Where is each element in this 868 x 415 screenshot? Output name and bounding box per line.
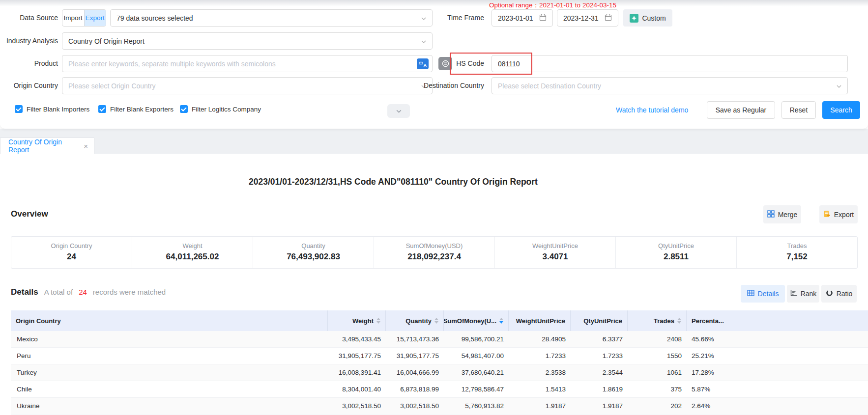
col-sum-of-money[interactable]: SumOfMoney(U...	[444, 310, 509, 331]
stat-label: Trades	[737, 242, 857, 249]
cell-trades: 202	[628, 402, 687, 410]
chevron-down-icon	[836, 83, 842, 91]
filter-blank-importers-checkbox[interactable]	[15, 105, 23, 113]
stat-trades: Trades 7,152	[736, 237, 857, 268]
industry-analysis-select[interactable]: Country Of Origin Report	[62, 32, 433, 50]
data-sources-select[interactable]: 79 data sources selected	[110, 9, 433, 27]
tutorial-link[interactable]: Watch the tutorial demo	[616, 104, 688, 116]
start-date-input[interactable]	[492, 9, 553, 27]
view-ratio-button[interactable]: Ratio	[821, 285, 857, 303]
save-as-regular-button[interactable]: Save as Regular	[707, 101, 775, 119]
import-toggle-button[interactable]: Import	[62, 10, 85, 26]
destination-country-select[interactable]: Please select Destination Country	[492, 77, 848, 94]
export-icon	[823, 210, 831, 219]
table-row: Ukraine 3,002,518.50 3,002,518.50 5,760,…	[11, 398, 868, 415]
product-label: Product	[0, 55, 58, 72]
cell-weight-unit-price: 1.9187	[509, 402, 571, 410]
stat-weight-unit-price: WeightUnitPrice 3.4071	[494, 237, 615, 268]
merge-label: Merge	[778, 211, 798, 219]
industry-analysis-label: Industry Analysis	[0, 32, 58, 50]
stat-value: 7,152	[737, 252, 857, 262]
cell-trades: 2408	[628, 335, 687, 343]
col-weight[interactable]: Weight	[328, 310, 386, 331]
origin-country-label: Origin Country	[0, 77, 58, 94]
cell-sum: 99,586,700.21	[444, 335, 509, 343]
cell-qty-unit-price: 1.7233	[571, 352, 628, 360]
match-suffix: records were matched	[93, 288, 166, 296]
close-icon[interactable]: ×	[84, 142, 88, 150]
cell-qty-unit-price: 6.3377	[571, 335, 628, 343]
cell-quantity: 31,905,177.75	[386, 352, 444, 360]
filter-blank-exporters-label: Filter Blank Exporters	[110, 106, 174, 113]
col-origin-country: Origin Country	[11, 310, 328, 331]
col-percentage: Percenta...	[687, 310, 868, 331]
end-date-input[interactable]	[557, 9, 618, 27]
sort-icon-active-desc[interactable]	[499, 318, 503, 324]
cell-country: Chile	[11, 386, 328, 393]
custom-range-button[interactable]: Custom	[623, 9, 672, 27]
tab-country-of-origin-report[interactable]: Country Of Origin Report ×	[0, 138, 94, 154]
filter-logistics-company-checkbox[interactable]	[180, 105, 188, 113]
stat-label: Origin Country	[11, 242, 132, 249]
data-source-toggle: Import Export	[62, 9, 106, 27]
filter-blank-importers: Filter Blank Importers	[15, 105, 89, 113]
table-icon	[747, 289, 754, 298]
cell-percentage: 25.21%	[687, 352, 868, 360]
col-quantity[interactable]: Quantity	[386, 310, 444, 331]
hs-code-input[interactable]	[498, 60, 841, 68]
stat-value: 3.4071	[495, 252, 615, 262]
cell-trades: 1550	[628, 352, 687, 360]
cell-country: Mexico	[11, 335, 328, 343]
match-count: 24	[79, 288, 87, 296]
collapse-form-button[interactable]	[387, 104, 410, 118]
export-label: Export	[834, 211, 854, 219]
calendar-icon	[605, 14, 612, 23]
cell-percentage: 2.64%	[687, 402, 868, 410]
stat-qty-unit-price: QtyUnitPrice 2.8511	[615, 237, 736, 268]
filter-logistics-company-label: Filter Logitics Company	[192, 106, 261, 113]
cell-weight: 16,008,391.41	[328, 369, 386, 376]
export-toggle-button[interactable]: Export	[85, 10, 106, 26]
origin-country-select[interactable]: Please select Origin Country	[62, 77, 433, 94]
custom-icon	[630, 14, 638, 23]
details-heading: Details	[11, 287, 38, 297]
cell-weight-unit-price: 1.5413	[509, 386, 571, 393]
view-rank-label: Rank	[801, 290, 817, 298]
col-trades[interactable]: Trades	[628, 310, 687, 331]
stat-label: SumOfMoney(USD)	[374, 242, 494, 249]
cell-sum: 12,798,586.47	[444, 386, 509, 393]
end-date-value[interactable]	[563, 14, 605, 22]
cell-quantity: 3,002,518.50	[386, 402, 444, 410]
merge-button[interactable]: Merge	[763, 205, 801, 223]
hs-code-label: HS Code	[415, 55, 484, 72]
cell-qty-unit-price: 1.8619	[571, 386, 628, 393]
filter-blank-importers-label: Filter Blank Importers	[27, 106, 89, 113]
view-details-button[interactable]: Details	[741, 285, 785, 303]
stat-sum-of-money: SumOfMoney(USD) 218,092,237.4	[374, 237, 494, 268]
cell-trades: 1061	[628, 369, 687, 376]
view-rank-button[interactable]: Rank	[787, 285, 819, 303]
destination-country-label: Destination Country	[415, 77, 484, 94]
start-date-value[interactable]	[498, 14, 539, 22]
details-table: Origin Country Weight Quantity SumOfMone…	[11, 310, 868, 415]
stat-label: WeightUnitPrice	[495, 242, 615, 249]
tab-bar	[0, 129, 868, 154]
table-header-row: Origin Country Weight Quantity SumOfMone…	[11, 310, 868, 331]
sort-icon[interactable]	[434, 318, 438, 324]
sort-icon[interactable]	[376, 318, 380, 324]
data-sources-value: 79 data sources selected	[116, 14, 193, 22]
filter-blank-exporters-checkbox[interactable]	[98, 105, 106, 113]
cell-quantity: 6,873,818.99	[386, 386, 444, 393]
stat-weight: Weight 64,011,265.02	[132, 237, 253, 268]
details-header: Details A total of 24 records were match…	[11, 287, 166, 297]
export-button[interactable]: Export	[819, 205, 858, 223]
reset-button[interactable]: Reset	[781, 101, 816, 119]
overview-stats: Origin Country 24 Weight 64,011,265.02 Q…	[11, 236, 858, 269]
search-button[interactable]: Search	[822, 101, 860, 119]
cell-weight: 8,304,001.40	[328, 386, 386, 393]
hs-code-input-wrap	[492, 55, 848, 72]
sort-icon[interactable]	[677, 318, 681, 324]
cell-weight-unit-price: 1.7233	[509, 352, 571, 360]
product-input[interactable]	[68, 60, 413, 68]
industry-analysis-value: Country Of Origin Report	[68, 37, 145, 45]
